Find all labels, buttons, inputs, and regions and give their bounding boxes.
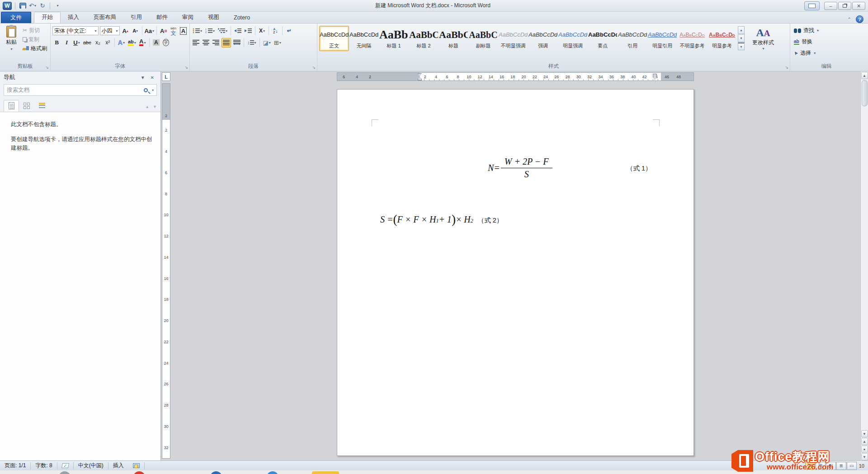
align-right-button[interactable] (212, 38, 220, 47)
subscript-button[interactable]: x₂ (94, 38, 102, 47)
document-page[interactable]: N= W + 2P − F S （式 1） S = (F × F × H1 + … (337, 89, 694, 456)
word-app-icon[interactable]: W (3, 2, 12, 10)
paste-button[interactable]: 粘贴 ▾ (2, 25, 21, 62)
style-item[interactable]: AaBbCcDd 要点 (588, 26, 618, 51)
align-left-button[interactable] (192, 38, 200, 47)
taskbar-icon[interactable] (133, 471, 145, 474)
undo-button[interactable]: ↶▾ (28, 2, 37, 10)
multilevel-list-button[interactable]: ▾ (217, 26, 228, 36)
nav-pane-close-icon[interactable]: ✕ (148, 75, 157, 80)
character-shading-button[interactable]: A (152, 38, 160, 47)
bold-button[interactable]: B (52, 38, 61, 47)
text-effects-button[interactable]: A▾ (117, 38, 126, 47)
gallery-up-icon[interactable]: ▲ (738, 26, 745, 34)
taskbar-icon[interactable] (210, 471, 222, 474)
superscript-button[interactable]: x² (104, 38, 112, 47)
font-size-combo[interactable]: 小四▾ (100, 26, 120, 35)
ribbon-tab[interactable]: 引用 (123, 12, 149, 23)
language-indicator[interactable]: 中文(中国) (74, 462, 108, 469)
format-painter-button[interactable]: 格式刷 (23, 44, 47, 53)
phonetic-guide-button[interactable]: wén文 (169, 26, 178, 36)
bullets-button[interactable]: ▾ (192, 26, 203, 36)
ribbon-tab[interactable]: Zotero (226, 12, 257, 23)
decrease-indent-button[interactable] (233, 26, 242, 36)
save-button[interactable] (19, 2, 27, 10)
asian-layout-button[interactable]: X▾ (258, 26, 266, 36)
search-document-input[interactable]: 搜索文档 ▾ (4, 84, 157, 96)
taskbar-icon[interactable] (59, 471, 71, 474)
borders-button[interactable]: ⊞▾ (273, 38, 282, 47)
style-item[interactable]: AaBbCcDd 正文 (319, 26, 349, 51)
minimize-button[interactable]: – (824, 2, 837, 10)
grow-font-button[interactable]: A▴ (121, 26, 130, 36)
style-item[interactable]: AaBbCcDd 强调 (528, 26, 558, 51)
next-heading-icon[interactable]: ▼ (153, 104, 157, 109)
ribbon-tab[interactable]: 视图 (201, 12, 226, 23)
shrink-font-button[interactable]: A▾ (131, 26, 140, 36)
style-item[interactable]: AaBbCcDd 不明显参考 (677, 26, 707, 51)
increase-indent-button[interactable] (244, 26, 253, 36)
close-button[interactable]: × (852, 2, 865, 10)
nav-pane-options-icon[interactable]: ▼ (138, 75, 148, 80)
style-item[interactable]: AaBbC 标题 1 (379, 26, 409, 51)
style-item[interactable]: AaBbCcDd 明显引用 (647, 26, 677, 51)
sort-button[interactable]: AZ↓ (271, 26, 280, 36)
justify-button[interactable] (222, 38, 231, 47)
font-name-combo[interactable]: 宋体 (中文正:▾ (52, 26, 99, 35)
highlight-button[interactable]: ab▾ (127, 38, 137, 47)
ribbon-tab[interactable]: 审阅 (175, 12, 201, 23)
copy-button[interactable]: 复制 (23, 35, 47, 44)
gallery-down-icon[interactable]: ▼ (738, 34, 745, 42)
customize-qat-button[interactable]: ▾ (53, 2, 61, 10)
distribute-button[interactable] (232, 38, 241, 47)
ribbon-tab[interactable]: 文件 (1, 12, 31, 23)
search-icon[interactable] (144, 88, 148, 92)
find-button[interactable]: 查找▾ (792, 25, 861, 36)
collapse-ribbon-icon[interactable]: ⌃ (848, 17, 851, 22)
dialog-launcher-icon[interactable]: ↘ (312, 65, 316, 70)
redo-button[interactable]: ↻ (38, 2, 47, 10)
nav-tab-results[interactable] (34, 100, 50, 112)
character-border-button[interactable]: A (179, 26, 188, 36)
nav-tab-headings[interactable] (4, 100, 19, 112)
search-options-icon[interactable]: ▾ (152, 88, 154, 92)
change-case-button[interactable]: Aa▾ (144, 26, 154, 36)
insert-mode-indicator[interactable]: 插入 (108, 462, 128, 469)
previous-page-icon[interactable]: ▲ (861, 438, 868, 445)
change-styles-button[interactable]: AA 更改样式 ▾ (745, 25, 781, 62)
equation-1[interactable]: N= W + 2P − F S (488, 156, 552, 180)
style-item[interactable]: AaBbCcDd 明显强调 (558, 26, 588, 51)
tab-stop-selector[interactable]: L (162, 72, 170, 81)
ribbon-tab[interactable]: 插入 (61, 12, 86, 23)
italic-button[interactable]: I (62, 38, 71, 47)
nav-tab-pages[interactable] (19, 100, 34, 112)
vertical-scrollbar[interactable]: ▲ ▼ ▲ ● ▼ (860, 71, 868, 460)
style-item[interactable]: AaBbCcDd 无间隔 (349, 26, 379, 51)
ribbon-tab[interactable]: 邮件 (149, 12, 175, 23)
screen-capture-button[interactable] (804, 1, 820, 10)
page-indicator[interactable]: 页面: 1/1 (0, 462, 30, 469)
select-button[interactable]: ➤选择▾ (792, 47, 861, 59)
enclose-characters-button[interactable]: 字 (162, 38, 170, 47)
dialog-launcher-icon[interactable]: ↘ (45, 65, 49, 70)
dialog-launcher-icon[interactable]: ↘ (785, 65, 788, 70)
spellcheck-status[interactable]: ✓ (57, 463, 73, 468)
strikethrough-button[interactable]: abc (82, 38, 92, 47)
cut-button[interactable]: ✂剪切 (23, 26, 47, 35)
scroll-up-icon[interactable]: ▲ (861, 72, 868, 79)
ribbon-tab[interactable]: 页面布局 (86, 12, 123, 23)
previous-heading-icon[interactable]: ▲ (145, 104, 149, 109)
align-center-button[interactable] (202, 38, 210, 47)
restore-button[interactable] (838, 2, 851, 10)
scrollbar-thumb[interactable] (862, 80, 868, 106)
gallery-more-icon[interactable]: ▼ (738, 43, 745, 50)
word-count[interactable]: 字数: 8 (31, 462, 57, 469)
taskbar-icon[interactable] (312, 471, 339, 474)
style-item[interactable]: AaBbCcDd 引用 (618, 26, 647, 51)
line-spacing-button[interactable]: ↕▾ (246, 38, 257, 47)
numbering-button[interactable]: 12▾ (204, 26, 216, 36)
underline-button[interactable]: U▾ (72, 38, 81, 47)
style-item[interactable]: AaBbC 副标题 (468, 26, 498, 51)
scroll-down-icon[interactable]: ▼ (861, 430, 868, 437)
macro-record-indicator[interactable] (128, 463, 144, 468)
